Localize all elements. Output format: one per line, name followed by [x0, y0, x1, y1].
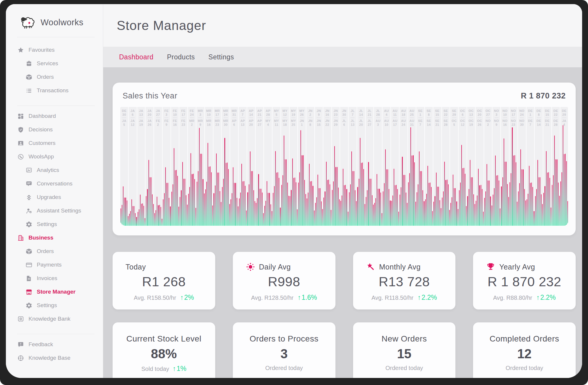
- sales-bar: [374, 203, 375, 226]
- sales-bar: [288, 196, 289, 226]
- week-start-label: JA20: [146, 109, 153, 116]
- sales-bar: [540, 177, 540, 226]
- tab-dashboard[interactable]: Dashboard: [119, 53, 153, 61]
- sidebar-item-upgrades[interactable]: Upgrades: [6, 190, 103, 204]
- sidebar-item-transactions[interactable]: Transactions: [6, 84, 103, 97]
- sales-bar: [211, 172, 212, 226]
- sales-bar: [151, 177, 151, 226]
- sidebar-item-label: Analytics: [37, 167, 59, 173]
- phone-circle-icon: [17, 153, 24, 160]
- chevrons-up-icon: [25, 194, 32, 201]
- sales-bar: [133, 206, 133, 226]
- up-arrow-icon: ↑: [298, 294, 301, 301]
- sales-bar: [321, 201, 322, 226]
- sidebar-item-store-manager[interactable]: Store Manager: [6, 285, 103, 299]
- sales-bar: [337, 167, 338, 226]
- sales-bar: [382, 213, 382, 226]
- sales-bar: [300, 130, 301, 226]
- sales-bar: [265, 201, 266, 226]
- sales-bar: [311, 181, 312, 226]
- sidebar-item-knowledge-bank[interactable]: Knowledge Bank: [6, 312, 103, 326]
- sales-bar: [125, 197, 126, 226]
- sales-bar: [389, 189, 389, 226]
- box-icon: [25, 248, 32, 255]
- sales-bar: [501, 186, 502, 226]
- sidebar-item-assistant-settings[interactable]: Assistant Settings: [6, 204, 103, 217]
- sidebar-item-favourites[interactable]: Favourites: [6, 43, 103, 57]
- stat-card-delta: ↑2.2%: [417, 294, 437, 302]
- sidebar-item-label: Upgrades: [37, 194, 61, 200]
- sidebar-item-services[interactable]: Services: [6, 57, 103, 70]
- sidebar-item-settings[interactable]: Settings: [6, 217, 103, 231]
- sales-bar: [417, 192, 417, 226]
- sidebar-item-dashboard[interactable]: Dashboard: [6, 109, 103, 123]
- sales-bar: [361, 163, 362, 226]
- sidebar-item-conversations[interactable]: Conversations: [6, 177, 103, 190]
- sales-bar: [295, 178, 295, 226]
- sidebar-item-decisions[interactable]: Decisions: [6, 123, 103, 136]
- globe-icon: [17, 354, 24, 361]
- week-start-label: JN30: [340, 109, 348, 116]
- magic-star-icon: [366, 262, 375, 272]
- sales-bar: [398, 212, 399, 226]
- sidebar-item-customers[interactable]: Customers: [6, 136, 103, 150]
- summary-card-footer: Sold today↑1%: [126, 365, 202, 373]
- sales-bar: [138, 212, 138, 226]
- sales-bar: [514, 155, 515, 226]
- stat-card-value: R 1 870 232: [486, 274, 563, 289]
- sales-bar: [309, 164, 310, 226]
- sales-bar: [229, 204, 230, 226]
- sales-bar: [518, 191, 519, 226]
- sales-bar: [522, 169, 522, 226]
- week-start-label: JN16: [323, 109, 331, 116]
- sales-bar: [418, 184, 418, 226]
- sidebar-item-orders[interactable]: Orders: [6, 70, 103, 84]
- week-start-label: AU11: [391, 109, 399, 116]
- sidebar-item-feedback[interactable]: Feedback: [6, 338, 103, 351]
- tab-products[interactable]: Products: [167, 53, 195, 61]
- week-start-label: JA13: [137, 109, 145, 116]
- sales-bar: [346, 189, 347, 226]
- sales-bar: [322, 209, 323, 226]
- chart-header: Sales this Year R 1 870 232: [120, 91, 568, 101]
- sales-bar: [507, 184, 508, 226]
- sales-bar: [206, 182, 207, 226]
- sidebar-item-settings[interactable]: Settings: [6, 299, 103, 312]
- sales-bar: [302, 155, 302, 226]
- sales-bar: [405, 175, 405, 226]
- page-header: Store Manager: [103, 4, 582, 47]
- sidebar-item-label: Settings: [37, 302, 57, 309]
- sales-bar: [400, 195, 400, 226]
- sales-bar: [520, 149, 521, 226]
- stat-card-footer: Avg. R128.50/hr↑1.6%: [246, 294, 323, 302]
- sales-bar: [365, 204, 365, 226]
- sales-bar: [432, 211, 433, 226]
- sidebar-item-knowledge-base[interactable]: Knowledge Base: [6, 351, 103, 365]
- sales-bar: [544, 186, 545, 226]
- sales-bar: [372, 195, 372, 226]
- sidebar-item-woolsapp[interactable]: WoolsApp: [6, 150, 103, 163]
- sidebar-item-label: Customers: [29, 140, 56, 146]
- sales-bar: [465, 174, 465, 226]
- sales-bar: [469, 189, 469, 226]
- summary-card-footer: Ordered today: [486, 365, 563, 371]
- sales-bar: [557, 159, 557, 226]
- sales-bar: [166, 183, 167, 226]
- sales-bar: [284, 135, 284, 226]
- sales-bar: [541, 194, 542, 226]
- sidebar-item-payments[interactable]: Payments: [6, 258, 103, 272]
- app-window: Woolworks FavouritesServicesOrdersTransa…: [6, 4, 582, 378]
- sales-bar: [386, 169, 387, 226]
- sales-bar: [454, 188, 455, 226]
- sidebar-item-invoices[interactable]: Invoices: [6, 272, 103, 285]
- sales-bar: [379, 189, 380, 226]
- sales-bar: [380, 192, 381, 226]
- sales-bar: [363, 169, 364, 226]
- sales-bar: [181, 190, 181, 226]
- sidebar-item-business[interactable]: Business: [6, 231, 103, 245]
- sidebar-item-analytics[interactable]: Analytics: [6, 163, 103, 177]
- tab-settings[interactable]: Settings: [208, 53, 234, 61]
- sales-bar: [250, 151, 250, 226]
- sidebar-item-orders[interactable]: Orders: [6, 245, 103, 258]
- sales-bar: [462, 168, 463, 226]
